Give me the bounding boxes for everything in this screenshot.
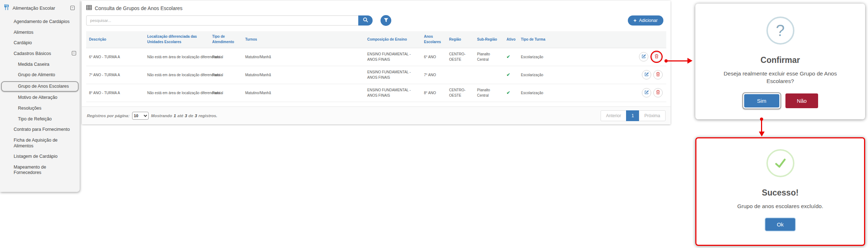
add-button[interactable]: + Adicionar [628, 15, 663, 26]
success-dialog: Sucesso! Grupo de anos escolares excluíd… [695, 137, 865, 246]
annotation-arrow-down-head [759, 132, 765, 137]
search-group [86, 15, 373, 26]
sidebar-item-cadastros-basicos[interactable]: Cadastros Básicos − [0, 49, 80, 59]
table-footer: Registros por página: 10 Mostrando1até3d… [82, 106, 671, 124]
page-title: Consulta de Grupos de Anos Escolares [95, 5, 182, 11]
trash-icon [656, 90, 660, 96]
table-grid-icon [86, 5, 92, 11]
success-check-icon [766, 149, 794, 177]
table-header-row: Descrição Localização diferenciada das U… [86, 31, 666, 48]
col-ativo: Ativo [504, 31, 518, 48]
annotation-arrow-right-head [687, 58, 692, 64]
per-page-label: Registros por página: [87, 114, 130, 118]
confirm-dialog: ? Confirmar Deseja realmente excluir ess… [695, 4, 865, 119]
page-title-row: Consulta de Grupos de Anos Escolares [82, 1, 671, 11]
sidebar-item-motivo-alteracao[interactable]: Motivo de Alteração [0, 92, 80, 103]
edit-pencil-icon [644, 90, 649, 96]
col-turnos: Turnos [242, 31, 364, 48]
sidebar-item-tipo-refeicao[interactable]: Tipo de Refeição [0, 114, 80, 125]
sidebar-header[interactable]: Alimentação Escolar − [0, 0, 80, 12]
col-composicao: Composição de Ensino [364, 31, 421, 48]
table-row: 6° ANO - TURMA A Não está em área de loc… [86, 48, 666, 66]
results-table: Descrição Localização diferenciada das U… [86, 31, 666, 102]
sidebar-item-alimentos[interactable]: Alimentos [0, 27, 80, 38]
col-tipo-atendimento: Tipo de Atendimento [209, 31, 242, 48]
sidebar-item-resolucoes[interactable]: Resoluções [0, 103, 80, 114]
confirm-no-button[interactable]: Não [785, 93, 818, 108]
delete-button[interactable] [653, 88, 663, 97]
sidebar-item-grupo-alimento[interactable]: Grupo de Alimento [0, 70, 80, 81]
sidebar-item-grupo-anos-escolares[interactable]: Grupo de Anos Escolares [1, 81, 79, 92]
success-ok-button[interactable]: Ok [765, 217, 796, 231]
col-descricao: Descrição [86, 31, 144, 48]
table-row: 7° ANO - TURMA A Não está em área de loc… [86, 66, 666, 84]
active-check-icon: ✔ [507, 90, 510, 95]
collapse-icon[interactable]: − [70, 6, 75, 10]
trash-icon [656, 72, 660, 78]
red-highlight-circle [650, 51, 663, 63]
delete-button[interactable] [652, 52, 661, 61]
col-sub-regiao: Sub-Região [474, 31, 504, 48]
showing-records-text: Mostrando1até3de3registros. [151, 114, 219, 118]
search-input[interactable] [86, 15, 358, 26]
pagination-previous[interactable]: Anterior [601, 110, 626, 121]
magnifier-icon [363, 17, 368, 24]
main-panel: Consulta de Grupos de Anos Escolares [82, 1, 671, 124]
pagination-next[interactable]: Próxima [639, 110, 666, 121]
sidebar-item-contrato-fornecimento[interactable]: Contrato para Fornecimento [0, 124, 80, 135]
funnel-icon [384, 18, 388, 23]
sidebar-menu: Agendamento de Cardápios Alimentos Cardá… [0, 17, 80, 178]
sidebar-item-mapeamento-fornecedores[interactable]: Mapeamento de Fornecedores [0, 162, 80, 178]
question-mark-icon: ? [766, 17, 794, 45]
pagination-page-1[interactable]: 1 [626, 110, 639, 121]
col-tipo-turma: Tipo de Turma [518, 31, 616, 48]
filter-button[interactable] [381, 15, 391, 26]
active-check-icon: ✔ [507, 72, 510, 77]
table-row: 8° ANO - TURMA A Não está em área de loc… [86, 84, 666, 102]
per-page-select[interactable]: 10 [132, 112, 149, 120]
edit-pencil-icon [641, 54, 646, 60]
sidebar-item-cardapio[interactable]: Cardápio [0, 38, 80, 49]
success-dialog-title: Sucesso! [696, 188, 864, 198]
per-page-controls: Registros por página: 10 Mostrando1até3d… [87, 112, 219, 120]
sidebar-item-agendamento[interactable]: Agendamento de Cardápios [0, 17, 80, 27]
sidebar-item-ficha-aquisicao[interactable]: Ficha de Aquisição de Alimentos [0, 135, 80, 151]
plus-icon: + [634, 18, 636, 23]
active-check-icon: ✔ [507, 54, 510, 59]
col-localizacao: Localização diferenciada das Unidades Es… [144, 31, 209, 48]
edit-pencil-icon [644, 72, 649, 78]
annotation-arrow-right-line [666, 60, 688, 61]
col-actions [616, 31, 666, 48]
success-dialog-message: Grupo de anos escolares excluído. [716, 203, 845, 210]
collapse-icon[interactable]: − [72, 51, 76, 55]
annotation-arrow-down-line [761, 119, 762, 132]
confirm-dialog-title: Confirmar [695, 55, 865, 65]
sidebar-item-listagem-cardapio[interactable]: Listagem de Cardápio [0, 151, 80, 162]
pagination: Anterior 1 Próxima [601, 110, 666, 121]
col-regiao: Região [446, 31, 474, 48]
search-button[interactable] [358, 15, 373, 26]
sidebar-header-label: Alimentação Escolar [13, 5, 55, 11]
edit-button[interactable] [642, 88, 651, 97]
delete-button[interactable] [653, 70, 663, 79]
click-highlight-ring: Sim [742, 92, 781, 109]
col-anos-escolares: Anos Escolares [421, 31, 446, 48]
sidebar-item-medida-caseira[interactable]: Medida Caseira [0, 59, 80, 70]
fork-knife-icon [4, 4, 9, 12]
edit-button[interactable] [639, 52, 648, 61]
sidebar: Alimentação Escolar − Agendamento de Car… [0, 0, 80, 192]
confirm-yes-button[interactable]: Sim [744, 94, 779, 107]
trash-icon [654, 54, 659, 60]
confirm-dialog-message: Deseja realmente excluir esse Grupo de A… [716, 70, 845, 85]
toolbar: + Adicionar [86, 15, 666, 26]
edit-button[interactable] [642, 70, 651, 79]
